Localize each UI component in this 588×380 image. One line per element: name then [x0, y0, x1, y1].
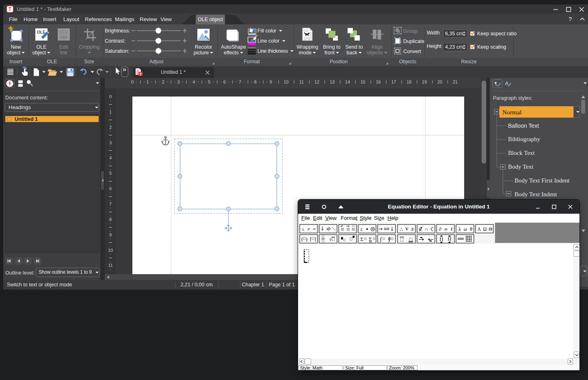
svg-text:θ: θ: [470, 226, 472, 232]
svg-text:∂: ∂: [439, 226, 441, 232]
svg-text:λ: λ: [458, 226, 461, 232]
svg-text:15: 15: [361, 79, 365, 84]
svg-text:a̧ḃ: a̧ḃ: [326, 226, 331, 231]
svg-text:9: 9: [270, 79, 272, 84]
svg-text:ω: ω: [464, 226, 467, 232]
svg-text:Σ: Σ: [360, 236, 363, 242]
svg-text:3: 3: [109, 140, 112, 145]
svg-text:10: 10: [283, 79, 288, 84]
svg-text:): ): [306, 236, 307, 242]
svg-text:4: 4: [192, 79, 195, 84]
svg-text:∞: ∞: [444, 226, 448, 232]
svg-text:20: 20: [437, 79, 442, 84]
svg-text:A: A: [405, 227, 409, 232]
svg-text:Θ: Θ: [489, 227, 492, 232]
svg-text:±: ±: [360, 226, 363, 232]
svg-text:Π: Π: [447, 236, 451, 242]
svg-text:OLE: OLE: [37, 30, 45, 34]
svg-text:14: 14: [345, 79, 350, 84]
svg-text:T: T: [140, 72, 142, 76]
svg-text:...: ...: [35, 73, 37, 76]
svg-text:0: 0: [109, 94, 112, 99]
svg-text:Ω: Ω: [483, 227, 487, 232]
svg-text:17: 17: [391, 79, 396, 84]
svg-text:5: 5: [109, 171, 112, 176]
svg-text:7: 7: [239, 79, 241, 84]
svg-text:E: E: [411, 227, 413, 232]
svg-text:Π: Π: [439, 236, 443, 242]
svg-text:5: 5: [208, 79, 210, 84]
svg-text:16: 16: [376, 79, 380, 84]
svg-text:6: 6: [109, 186, 112, 191]
svg-text:8: 8: [109, 217, 112, 222]
svg-text:(: (: [301, 236, 303, 242]
svg-text:2: 2: [162, 79, 164, 84]
svg-text:3: 3: [177, 79, 180, 84]
svg-text:11: 11: [299, 79, 304, 84]
svg-text:19: 19: [422, 79, 427, 84]
svg-text:≠: ≠: [307, 226, 310, 232]
svg-text:1: 1: [147, 79, 149, 84]
svg-text:9: 9: [109, 232, 112, 237]
svg-text:21: 21: [453, 79, 458, 84]
svg-text:Λ: Λ: [478, 227, 481, 232]
svg-text:11: 11: [108, 263, 112, 268]
svg-text:18: 18: [406, 79, 411, 84]
svg-text:8: 8: [254, 79, 257, 84]
svg-text:2: 2: [109, 125, 112, 130]
svg-text:13: 13: [330, 79, 335, 84]
svg-text:¶: ¶: [495, 81, 497, 86]
svg-text:Σ: Σ: [369, 236, 372, 242]
svg-text:4: 4: [109, 155, 112, 160]
svg-text:0: 0: [131, 79, 134, 84]
svg-text:≤: ≤: [302, 226, 305, 232]
svg-text:]: ]: [314, 236, 316, 242]
svg-text:OLE: OLE: [59, 30, 68, 34]
svg-text:A: A: [505, 81, 508, 86]
svg-text:12: 12: [314, 79, 319, 84]
svg-text:∩: ∩: [425, 226, 428, 232]
svg-text:10: 10: [108, 248, 113, 253]
svg-text:≈: ≈: [313, 226, 316, 232]
svg-text:1: 1: [109, 109, 112, 114]
svg-text:ℓ: ℓ: [450, 226, 453, 232]
svg-text:[: [: [310, 236, 311, 242]
svg-text:6: 6: [223, 79, 226, 84]
svg-text:7: 7: [109, 202, 112, 206]
